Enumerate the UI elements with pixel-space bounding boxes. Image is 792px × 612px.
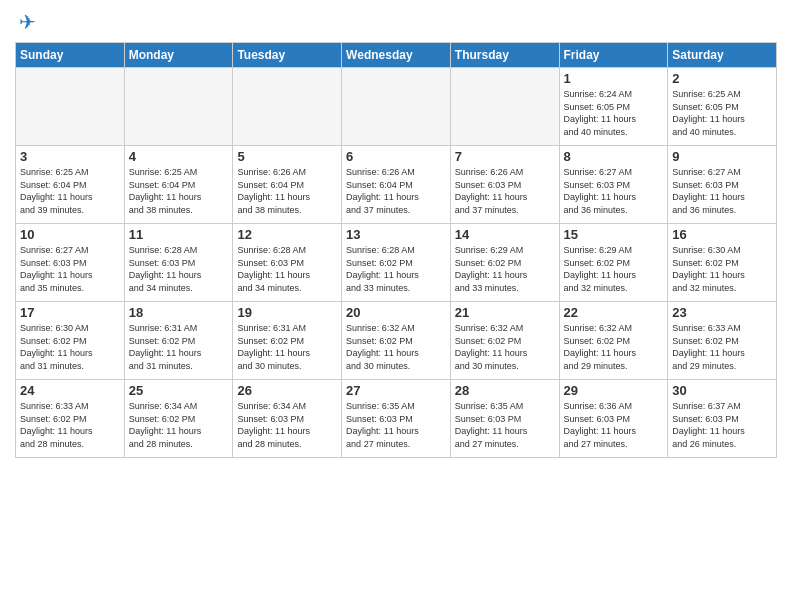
day-number: 14 — [455, 227, 555, 242]
day-number: 20 — [346, 305, 446, 320]
day-info: Sunrise: 6:28 AM Sunset: 6:03 PM Dayligh… — [237, 244, 337, 294]
calendar-cell: 26Sunrise: 6:34 AM Sunset: 6:03 PM Dayli… — [233, 380, 342, 458]
day-number: 19 — [237, 305, 337, 320]
calendar-table: SundayMondayTuesdayWednesdayThursdayFrid… — [15, 42, 777, 458]
day-number: 17 — [20, 305, 120, 320]
day-info: Sunrise: 6:29 AM Sunset: 6:02 PM Dayligh… — [564, 244, 664, 294]
day-info: Sunrise: 6:34 AM Sunset: 6:03 PM Dayligh… — [237, 400, 337, 450]
day-number: 8 — [564, 149, 664, 164]
day-number: 13 — [346, 227, 446, 242]
weekday-header-row: SundayMondayTuesdayWednesdayThursdayFrid… — [16, 43, 777, 68]
day-info: Sunrise: 6:31 AM Sunset: 6:02 PM Dayligh… — [237, 322, 337, 372]
day-info: Sunrise: 6:35 AM Sunset: 6:03 PM Dayligh… — [346, 400, 446, 450]
day-number: 24 — [20, 383, 120, 398]
day-info: Sunrise: 6:36 AM Sunset: 6:03 PM Dayligh… — [564, 400, 664, 450]
day-number: 10 — [20, 227, 120, 242]
calendar-cell — [124, 68, 233, 146]
calendar-cell: 30Sunrise: 6:37 AM Sunset: 6:03 PM Dayli… — [668, 380, 777, 458]
weekday-header: Thursday — [450, 43, 559, 68]
day-info: Sunrise: 6:32 AM Sunset: 6:02 PM Dayligh… — [564, 322, 664, 372]
day-info: Sunrise: 6:25 AM Sunset: 6:04 PM Dayligh… — [20, 166, 120, 216]
day-info: Sunrise: 6:33 AM Sunset: 6:02 PM Dayligh… — [672, 322, 772, 372]
weekday-header: Saturday — [668, 43, 777, 68]
calendar-cell: 16Sunrise: 6:30 AM Sunset: 6:02 PM Dayli… — [668, 224, 777, 302]
logo: ✈ — [15, 10, 36, 34]
calendar-week-row: 17Sunrise: 6:30 AM Sunset: 6:02 PM Dayli… — [16, 302, 777, 380]
day-info: Sunrise: 6:32 AM Sunset: 6:02 PM Dayligh… — [346, 322, 446, 372]
calendar-cell: 28Sunrise: 6:35 AM Sunset: 6:03 PM Dayli… — [450, 380, 559, 458]
day-number: 18 — [129, 305, 229, 320]
day-info: Sunrise: 6:27 AM Sunset: 6:03 PM Dayligh… — [564, 166, 664, 216]
calendar-cell: 2Sunrise: 6:25 AM Sunset: 6:05 PM Daylig… — [668, 68, 777, 146]
day-number: 5 — [237, 149, 337, 164]
day-info: Sunrise: 6:27 AM Sunset: 6:03 PM Dayligh… — [672, 166, 772, 216]
day-info: Sunrise: 6:25 AM Sunset: 6:04 PM Dayligh… — [129, 166, 229, 216]
day-info: Sunrise: 6:34 AM Sunset: 6:02 PM Dayligh… — [129, 400, 229, 450]
day-number: 2 — [672, 71, 772, 86]
calendar-cell: 23Sunrise: 6:33 AM Sunset: 6:02 PM Dayli… — [668, 302, 777, 380]
logo-bird-icon: ✈ — [19, 10, 36, 34]
weekday-header: Friday — [559, 43, 668, 68]
day-number: 28 — [455, 383, 555, 398]
day-info: Sunrise: 6:32 AM Sunset: 6:02 PM Dayligh… — [455, 322, 555, 372]
calendar-cell — [342, 68, 451, 146]
calendar-cell: 6Sunrise: 6:26 AM Sunset: 6:04 PM Daylig… — [342, 146, 451, 224]
calendar-cell: 13Sunrise: 6:28 AM Sunset: 6:02 PM Dayli… — [342, 224, 451, 302]
calendar-week-row: 24Sunrise: 6:33 AM Sunset: 6:02 PM Dayli… — [16, 380, 777, 458]
day-info: Sunrise: 6:30 AM Sunset: 6:02 PM Dayligh… — [672, 244, 772, 294]
day-info: Sunrise: 6:25 AM Sunset: 6:05 PM Dayligh… — [672, 88, 772, 138]
calendar-cell: 22Sunrise: 6:32 AM Sunset: 6:02 PM Dayli… — [559, 302, 668, 380]
calendar-cell: 7Sunrise: 6:26 AM Sunset: 6:03 PM Daylig… — [450, 146, 559, 224]
calendar-cell: 14Sunrise: 6:29 AM Sunset: 6:02 PM Dayli… — [450, 224, 559, 302]
day-info: Sunrise: 6:37 AM Sunset: 6:03 PM Dayligh… — [672, 400, 772, 450]
header: ✈ — [15, 10, 777, 34]
day-info: Sunrise: 6:30 AM Sunset: 6:02 PM Dayligh… — [20, 322, 120, 372]
day-number: 3 — [20, 149, 120, 164]
calendar-cell: 27Sunrise: 6:35 AM Sunset: 6:03 PM Dayli… — [342, 380, 451, 458]
calendar-cell: 4Sunrise: 6:25 AM Sunset: 6:04 PM Daylig… — [124, 146, 233, 224]
day-number: 4 — [129, 149, 229, 164]
day-info: Sunrise: 6:26 AM Sunset: 6:04 PM Dayligh… — [346, 166, 446, 216]
calendar-cell — [450, 68, 559, 146]
day-number: 1 — [564, 71, 664, 86]
day-number: 30 — [672, 383, 772, 398]
day-number: 12 — [237, 227, 337, 242]
day-number: 16 — [672, 227, 772, 242]
calendar-cell: 9Sunrise: 6:27 AM Sunset: 6:03 PM Daylig… — [668, 146, 777, 224]
day-number: 26 — [237, 383, 337, 398]
weekday-header: Tuesday — [233, 43, 342, 68]
calendar-cell — [16, 68, 125, 146]
day-info: Sunrise: 6:35 AM Sunset: 6:03 PM Dayligh… — [455, 400, 555, 450]
calendar-cell: 24Sunrise: 6:33 AM Sunset: 6:02 PM Dayli… — [16, 380, 125, 458]
day-info: Sunrise: 6:28 AM Sunset: 6:03 PM Dayligh… — [129, 244, 229, 294]
day-number: 21 — [455, 305, 555, 320]
day-info: Sunrise: 6:29 AM Sunset: 6:02 PM Dayligh… — [455, 244, 555, 294]
calendar-cell: 12Sunrise: 6:28 AM Sunset: 6:03 PM Dayli… — [233, 224, 342, 302]
calendar-cell: 10Sunrise: 6:27 AM Sunset: 6:03 PM Dayli… — [16, 224, 125, 302]
calendar-week-row: 3Sunrise: 6:25 AM Sunset: 6:04 PM Daylig… — [16, 146, 777, 224]
day-number: 11 — [129, 227, 229, 242]
day-number: 7 — [455, 149, 555, 164]
calendar-cell: 20Sunrise: 6:32 AM Sunset: 6:02 PM Dayli… — [342, 302, 451, 380]
day-number: 22 — [564, 305, 664, 320]
calendar-cell: 1Sunrise: 6:24 AM Sunset: 6:05 PM Daylig… — [559, 68, 668, 146]
day-number: 6 — [346, 149, 446, 164]
day-number: 23 — [672, 305, 772, 320]
calendar-cell: 19Sunrise: 6:31 AM Sunset: 6:02 PM Dayli… — [233, 302, 342, 380]
day-number: 15 — [564, 227, 664, 242]
day-number: 29 — [564, 383, 664, 398]
calendar-cell — [233, 68, 342, 146]
calendar-week-row: 1Sunrise: 6:24 AM Sunset: 6:05 PM Daylig… — [16, 68, 777, 146]
day-info: Sunrise: 6:31 AM Sunset: 6:02 PM Dayligh… — [129, 322, 229, 372]
calendar-cell: 5Sunrise: 6:26 AM Sunset: 6:04 PM Daylig… — [233, 146, 342, 224]
day-number: 27 — [346, 383, 446, 398]
calendar-cell: 29Sunrise: 6:36 AM Sunset: 6:03 PM Dayli… — [559, 380, 668, 458]
day-info: Sunrise: 6:27 AM Sunset: 6:03 PM Dayligh… — [20, 244, 120, 294]
weekday-header: Sunday — [16, 43, 125, 68]
day-info: Sunrise: 6:24 AM Sunset: 6:05 PM Dayligh… — [564, 88, 664, 138]
calendar-cell: 18Sunrise: 6:31 AM Sunset: 6:02 PM Dayli… — [124, 302, 233, 380]
weekday-header: Wednesday — [342, 43, 451, 68]
calendar-cell: 21Sunrise: 6:32 AM Sunset: 6:02 PM Dayli… — [450, 302, 559, 380]
page-container: ✈ SundayMondayTuesdayWednesdayThursdayFr… — [0, 0, 792, 468]
calendar-week-row: 10Sunrise: 6:27 AM Sunset: 6:03 PM Dayli… — [16, 224, 777, 302]
